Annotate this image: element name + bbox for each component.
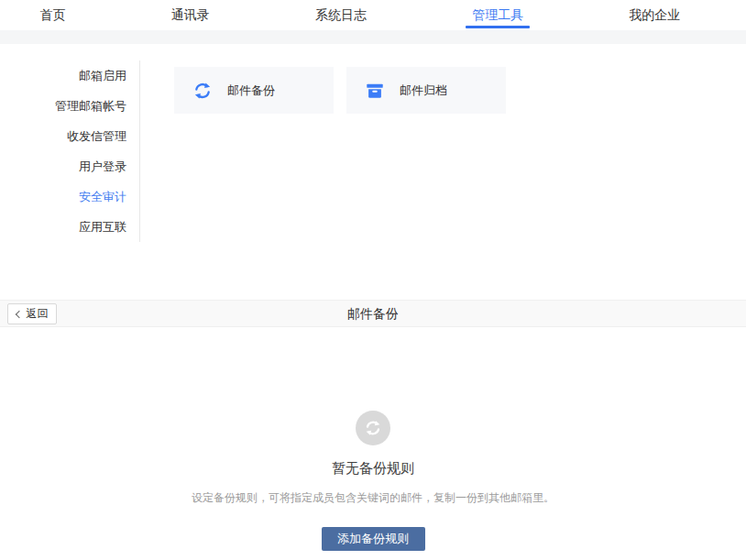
- sync-icon: [192, 81, 213, 101]
- nav-label: 系统日志: [315, 7, 367, 24]
- card-mail-archive[interactable]: 邮件归档: [346, 67, 506, 114]
- card-label: 邮件归档: [400, 82, 447, 99]
- section-title: 邮件备份: [0, 301, 746, 326]
- sidebar-item-manage-accounts[interactable]: 管理邮箱帐号: [0, 91, 139, 121]
- nav-item-management-tools[interactable]: 管理工具: [472, 0, 523, 30]
- sidebar-item-send-receive-mgmt[interactable]: 收发信管理: [0, 121, 139, 151]
- nav-item-my-enterprise[interactable]: 我的企业: [629, 0, 680, 30]
- nav-item-home[interactable]: 首页: [40, 0, 66, 30]
- card-mail-backup[interactable]: 邮件备份: [174, 67, 334, 114]
- nav-item-contacts[interactable]: 通讯录: [171, 0, 210, 30]
- nav-label: 管理工具: [472, 7, 523, 24]
- nav-item-system-log[interactable]: 系统日志: [315, 0, 367, 30]
- back-label: 返回: [27, 306, 49, 322]
- sidebar-item-app-connect[interactable]: 应用互联: [0, 212, 139, 242]
- add-backup-rule-button[interactable]: 添加备份规则: [322, 527, 425, 551]
- back-toolbar: 返回 邮件备份: [0, 300, 746, 327]
- empty-title: 暂无备份规则: [0, 460, 746, 478]
- empty-description: 设定备份规则，可将指定成员包含关键词的邮件，复制一份到其他邮箱里。: [0, 490, 746, 506]
- admin-console-page: 首页 通讯录 系统日志 管理工具 我的企业 邮箱启用 管理邮箱帐号 收发信管理 …: [0, 0, 746, 560]
- nav-label: 首页: [40, 7, 66, 24]
- back-button[interactable]: 返回: [7, 303, 57, 324]
- nav-label: 通讯录: [171, 7, 210, 24]
- sidebar-item-mailbox-enable[interactable]: 邮箱启用: [0, 60, 139, 91]
- sidebar-item-security-audit[interactable]: 安全审计: [0, 181, 139, 212]
- nav-separator-strip: [0, 30, 746, 44]
- active-tab-underline: [466, 26, 530, 28]
- card-label: 邮件备份: [227, 82, 275, 99]
- tool-cards: 邮件备份 邮件归档: [174, 67, 506, 114]
- chevron-left-icon: [15, 311, 22, 318]
- nav-label: 我的企业: [629, 7, 680, 24]
- top-nav: 首页 通讯录 系统日志 管理工具 我的企业: [0, 0, 733, 30]
- sidebar-item-user-login[interactable]: 用户登录: [0, 151, 139, 181]
- empty-state: 暂无备份规则 设定备份规则，可将指定成员包含关键词的邮件，复制一份到其他邮箱里。…: [0, 411, 746, 551]
- sync-icon-circle: [356, 411, 390, 445]
- archive-icon: [365, 81, 385, 101]
- sidebar: 邮箱启用 管理邮箱帐号 收发信管理 用户登录 安全审计 应用互联: [0, 60, 140, 242]
